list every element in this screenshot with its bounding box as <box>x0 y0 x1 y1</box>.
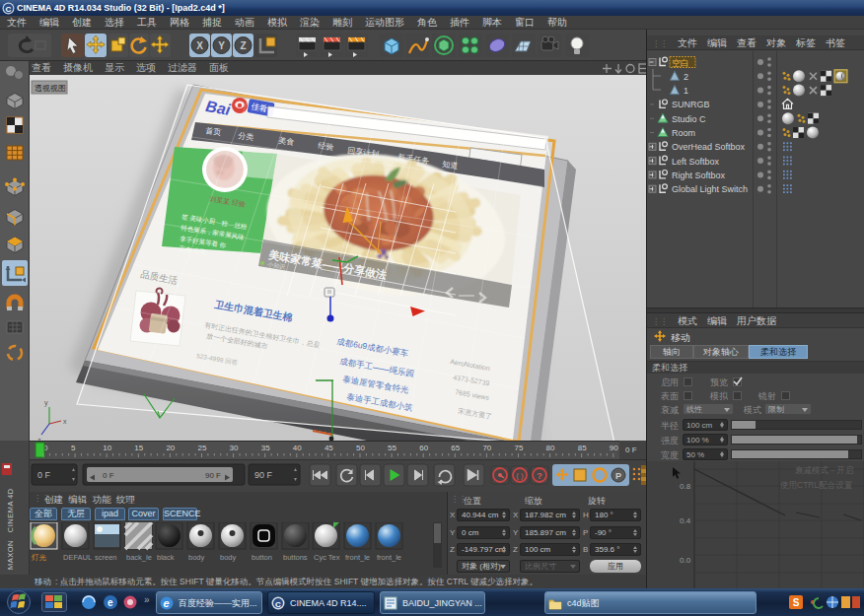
svg-text:button: button <box>252 553 272 562</box>
svg-text:front_le: front_le <box>377 553 401 562</box>
svg-text:y: y <box>44 399 48 407</box>
svg-text:灯光: 灯光 <box>31 553 47 562</box>
svg-text:Room: Room <box>672 128 695 138</box>
svg-text:0 F: 0 F <box>37 470 51 480</box>
svg-text:e: e <box>108 597 113 608</box>
svg-text:body: body <box>220 553 237 562</box>
svg-text:5: 5 <box>71 444 76 452</box>
svg-text:?: ? <box>537 471 542 481</box>
svg-text:85: 85 <box>578 444 587 452</box>
svg-text:buttons: buttons <box>283 553 308 562</box>
svg-text:10: 10 <box>103 444 111 452</box>
svg-text:80: 80 <box>546 444 555 452</box>
svg-text:Global Light Switch: Global Light Switch <box>672 184 748 194</box>
svg-text:25: 25 <box>198 444 207 452</box>
svg-text:30: 30 <box>230 444 239 452</box>
svg-text:35: 35 <box>261 444 270 452</box>
svg-text:Z: Z <box>240 40 246 51</box>
svg-text:screen: screen <box>95 553 117 562</box>
svg-text:0 F: 0 F <box>625 445 637 454</box>
svg-text:70: 70 <box>482 444 491 452</box>
svg-text:45: 45 <box>324 444 333 452</box>
svg-text:0.0: 0.0 <box>680 556 691 565</box>
svg-text:Studio C: Studio C <box>672 114 706 124</box>
svg-text:90: 90 <box>610 444 618 452</box>
svg-text:0 F: 0 F <box>103 471 114 480</box>
svg-text:55: 55 <box>388 444 396 452</box>
svg-text:Left Softbox: Left Softbox <box>672 157 720 167</box>
svg-text:x: x <box>63 418 67 425</box>
svg-text:e: e <box>164 597 170 609</box>
svg-text:X: X <box>196 40 203 51</box>
svg-text:0.4: 0.4 <box>680 516 691 525</box>
svg-text:Right Softbox: Right Softbox <box>672 171 726 180</box>
svg-text:S: S <box>793 597 800 608</box>
svg-text:SUNRGB: SUNRGB <box>672 100 710 109</box>
svg-text:front_le: front_le <box>345 553 370 562</box>
svg-text:Cyc Tex: Cyc Tex <box>314 553 340 562</box>
svg-text:衰减模式－开启: 衰减模式－开启 <box>795 465 854 475</box>
svg-text:C: C <box>6 5 12 14</box>
svg-text:0.8: 0.8 <box>680 482 691 491</box>
svg-text:body: body <box>188 553 205 562</box>
svg-text:空白: 空白 <box>672 58 689 68</box>
svg-text:( ): ( ) <box>516 471 524 480</box>
svg-text:OverHead Softbox: OverHead Softbox <box>672 142 746 152</box>
svg-text:20: 20 <box>166 444 175 452</box>
svg-text:black: black <box>157 553 175 562</box>
svg-text:15: 15 <box>134 444 143 452</box>
svg-text:1: 1 <box>684 86 688 96</box>
svg-text:90 F: 90 F <box>254 470 273 480</box>
svg-text:90 F: 90 F <box>205 471 221 480</box>
svg-text:back_le: back_le <box>126 553 152 562</box>
svg-text:C: C <box>275 600 281 609</box>
svg-text:使用CTRL配合设置: 使用CTRL配合设置 <box>780 480 853 490</box>
svg-text:65: 65 <box>451 444 460 452</box>
svg-text:75: 75 <box>515 444 524 452</box>
svg-text:Y: Y <box>218 40 225 51</box>
svg-text:P: P <box>615 471 621 481</box>
svg-text:DEFAUL: DEFAUL <box>63 553 92 562</box>
svg-text:2: 2 <box>684 72 688 82</box>
svg-text:透视视图: 透视视图 <box>35 84 66 93</box>
svg-text:40: 40 <box>293 444 302 452</box>
svg-text:60: 60 <box>419 444 428 452</box>
svg-text:50: 50 <box>356 444 365 452</box>
